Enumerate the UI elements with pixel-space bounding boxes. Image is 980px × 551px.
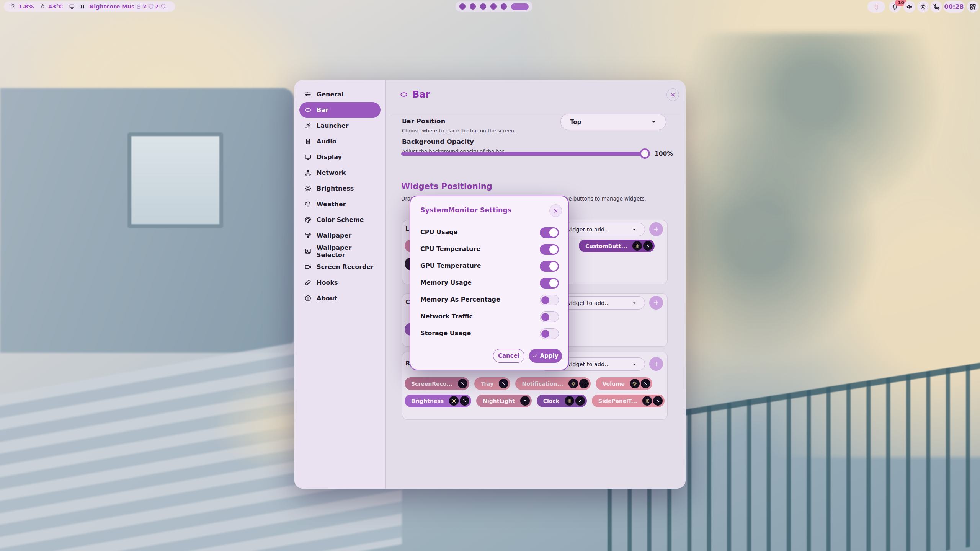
toggle-row: GPU Temperature	[410, 258, 568, 275]
chip-remove-button[interactable]	[579, 379, 589, 388]
sidebar-item-launcher[interactable]: Launcher	[299, 118, 381, 134]
chip-remove-button[interactable]	[643, 241, 653, 251]
pill-icon	[304, 106, 312, 114]
close-icon	[578, 399, 582, 403]
chip-settings-button[interactable]	[449, 396, 459, 406]
dashboard-button[interactable]	[967, 1, 979, 13]
add-widget-button[interactable]	[649, 357, 663, 371]
sidebar-item-hooks[interactable]: Hooks	[299, 275, 381, 290]
widget-chip-custombutt[interactable]: CustomButt...	[579, 240, 655, 252]
chip-label: CustomButt...	[585, 243, 631, 249]
add-widget-button[interactable]	[649, 222, 663, 236]
chip-settings-button[interactable]	[565, 396, 574, 406]
clock[interactable]: 00:28	[943, 1, 965, 13]
sidebar-item-audio[interactable]: Audio	[299, 134, 381, 149]
chip-remove-button[interactable]	[520, 396, 530, 406]
sidebar-item-display[interactable]: Display	[299, 149, 381, 165]
volume-button[interactable]	[903, 1, 915, 13]
pause-icon[interactable]	[80, 4, 85, 10]
workspaces-pill[interactable]	[456, 1, 532, 12]
brightness-button[interactable]	[917, 1, 929, 13]
sidebar-item-bar[interactable]: Bar	[299, 102, 381, 118]
chip-remove-button[interactable]	[653, 396, 663, 406]
favorite-button[interactable]	[146, 2, 156, 11]
sidebar-item-wallpaper[interactable]: Wallpaper	[299, 228, 381, 243]
workspace-dot[interactable]	[459, 3, 466, 10]
sidebar-item-brightness[interactable]: Brightness	[299, 181, 381, 196]
chip-settings-button[interactable]	[630, 379, 640, 388]
chip-remove-button[interactable]	[458, 379, 467, 388]
chevron-down-icon	[632, 300, 637, 306]
toggle-memory-usage[interactable]	[540, 278, 559, 289]
tray-app-button[interactable]	[867, 1, 885, 13]
close-icon	[461, 381, 465, 386]
chip-settings-button[interactable]	[632, 241, 642, 251]
workspace-dot[interactable]	[490, 3, 497, 10]
apply-button[interactable]: Apply	[529, 349, 562, 363]
sidebar-item-network[interactable]: Network	[299, 165, 381, 181]
toggle-knob	[549, 228, 558, 237]
close-icon	[553, 208, 559, 214]
toggle-label: Memory Usage	[420, 279, 472, 286]
workspace-dot[interactable]	[480, 3, 486, 10]
toggle-label: Storage Usage	[420, 329, 471, 337]
window-close-button[interactable]	[666, 88, 679, 101]
toggle-memory-as-percentage[interactable]	[540, 295, 559, 305]
chip-remove-button[interactable]	[499, 379, 508, 388]
widget-chip-clock[interactable]: Clock	[537, 395, 587, 407]
top-bar: 1.8%43°C38°C9.7G Nightcore Music Mix 20.…	[0, 0, 980, 14]
sidebar-item-label: Brightness	[317, 185, 354, 192]
plus-icon	[653, 360, 660, 367]
widget-chip-volume[interactable]: Volume	[596, 377, 652, 390]
workspace-active-indicator[interactable]	[511, 3, 529, 10]
sidebar-item-color-scheme[interactable]: Color Scheme	[299, 212, 381, 228]
gauge-icon	[10, 3, 16, 10]
chip-settings-button[interactable]	[642, 396, 652, 406]
nightlight-button[interactable]	[930, 1, 942, 13]
toggle-row: Network Traffic	[410, 308, 568, 325]
bar-position-description: Choose where to place the bar on the scr…	[402, 128, 516, 134]
bar-position-dropdown[interactable]: Top	[560, 114, 666, 130]
sidebar-item-label: Weather	[317, 201, 346, 208]
bar-position-label: Bar Position	[402, 117, 445, 125]
favorite-button[interactable]	[158, 2, 168, 11]
opacity-slider-handle[interactable]	[640, 148, 650, 159]
toggle-label: CPU Usage	[420, 228, 458, 236]
chip-settings-button[interactable]	[568, 379, 578, 388]
toggle-row: Memory As Percentage	[410, 292, 568, 308]
add-widget-button[interactable]	[649, 296, 663, 310]
sidebar-item-weather[interactable]: Weather	[299, 196, 381, 212]
toggle-cpu-temperature[interactable]	[540, 244, 559, 255]
workspace-dot[interactable]	[501, 3, 507, 10]
workspace-dot[interactable]	[470, 3, 476, 10]
toggle-knob	[541, 313, 549, 321]
chip-remove-button[interactable]	[575, 396, 585, 406]
sidebar-item-wallpaper-selector[interactable]: Wallpaper Selector	[299, 243, 381, 259]
sidebar-item-screen-recorder[interactable]: Screen Recorder	[299, 259, 381, 275]
cloud-icon	[304, 201, 312, 208]
widget-chip-nightlight[interactable]: NightLight	[476, 395, 532, 407]
sidebar-item-general[interactable]: General	[299, 86, 381, 102]
widget-chip-tray[interactable]: Tray	[474, 377, 510, 390]
ghost-button[interactable]	[134, 2, 144, 11]
desktop: 1.8%43°C38°C9.7G Nightcore Music Mix 20.…	[0, 0, 980, 551]
cancel-button[interactable]: Cancel	[493, 349, 524, 363]
toggle-storage-usage[interactable]	[540, 328, 559, 339]
sidebar-item-label: Network	[317, 169, 346, 176]
sliders-icon	[304, 91, 312, 98]
sidebar-item-about[interactable]: About	[299, 290, 381, 306]
toggle-row: Storage Usage	[410, 325, 568, 342]
toggle-network-traffic[interactable]	[540, 311, 559, 322]
chip-remove-button[interactable]	[641, 379, 650, 388]
modal-close-button[interactable]	[549, 204, 562, 217]
chip-label: Volume	[602, 381, 629, 387]
chip-remove-button[interactable]	[460, 396, 469, 406]
widget-chip-notification[interactable]: Notification...	[515, 377, 591, 390]
widget-chip-brightness[interactable]: Brightness	[405, 395, 471, 407]
gear-icon	[571, 381, 576, 386]
opacity-slider-track[interactable]	[401, 152, 644, 156]
toggle-gpu-temperature[interactable]	[540, 261, 559, 272]
toggle-cpu-usage[interactable]	[540, 227, 559, 238]
widget-chip-screenreco[interactable]: ScreenReco...	[405, 377, 469, 390]
widget-chip-sidepanelt[interactable]: SidePanelT...	[592, 395, 665, 407]
